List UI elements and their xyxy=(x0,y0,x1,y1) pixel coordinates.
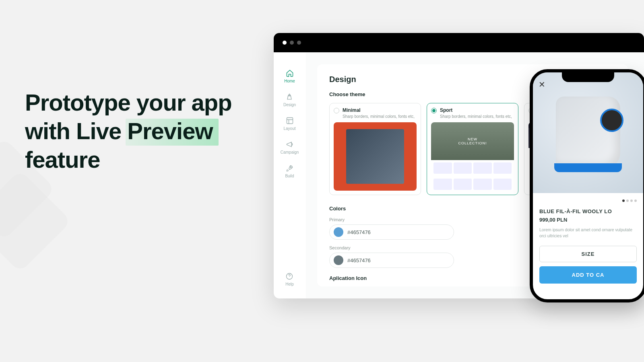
theme-desc: Sharp borders, minimal colors, fonts etc… xyxy=(440,114,512,119)
theme-name: Minimal xyxy=(343,107,415,113)
theme-name: Sport xyxy=(440,107,512,113)
phone-preview: ✕ BLUE FIL-À-FIL WOOLY LO 999,00 PLN Lor… xyxy=(530,69,644,302)
hero-line1: Prototype your app xyxy=(25,89,232,115)
sidebar-item-label: Home xyxy=(284,79,295,83)
primary-swatch[interactable] xyxy=(334,227,343,237)
hero-line2-pre: with Live xyxy=(25,118,127,144)
hero-line3: feature xyxy=(25,146,100,173)
product-description: Lorem ipsum dolor sit amet cond ornare v… xyxy=(539,227,637,239)
sidebar-item-label: Help xyxy=(285,282,294,286)
product-price: 999,00 PLN xyxy=(539,217,637,223)
size-button[interactable]: SIZE xyxy=(539,246,637,262)
phone-notch xyxy=(562,72,614,82)
sidebar-item-home[interactable]: Home xyxy=(284,69,295,83)
add-to-cart-button[interactable]: ADD TO CA xyxy=(539,266,637,284)
rocket-icon xyxy=(286,164,294,172)
product-title: BLUE FIL-À-FIL WOOLY LO xyxy=(539,208,637,214)
sidebar-item-layout[interactable]: Layout xyxy=(283,117,295,131)
secondary-swatch[interactable] xyxy=(334,255,343,265)
sidebar-item-label: Campaign xyxy=(281,150,299,154)
design-icon xyxy=(285,93,293,101)
hero-headline: Prototype your app with Live Preview fea… xyxy=(25,88,232,174)
sidebar-item-label: Build xyxy=(285,174,294,178)
theme-preview-sport: NEW COLLECTION! xyxy=(431,122,514,191)
svg-rect-0 xyxy=(287,118,293,124)
sidebar-item-label: Design xyxy=(283,103,296,107)
secondary-color-input[interactable]: #4657476 xyxy=(329,253,454,268)
sidebar-item-label: Layout xyxy=(283,126,295,131)
radio-minimal[interactable] xyxy=(334,108,339,113)
theme-card-sport[interactable]: Sport Sharp borders, minimal colors, fon… xyxy=(427,103,518,195)
layout-icon xyxy=(286,117,294,125)
primary-color-input[interactable]: #4657476 xyxy=(329,224,454,240)
radio-sport[interactable] xyxy=(431,108,437,113)
theme-desc: Sharp borders, minimal colors, fonts etc… xyxy=(343,114,415,119)
window-titlebar xyxy=(274,33,644,52)
theme-preview-minimal xyxy=(334,122,417,191)
home-icon xyxy=(286,69,294,77)
carousel-dots[interactable] xyxy=(533,193,643,207)
window-dot-max[interactable] xyxy=(297,41,301,45)
sidebar-item-campaign[interactable]: Campaign xyxy=(281,140,299,154)
sidebar-item-design[interactable]: Design xyxy=(283,93,296,107)
sidebar-item-help[interactable]: Help xyxy=(285,272,294,286)
help-icon xyxy=(285,272,293,280)
sidebar-item-build[interactable]: Build xyxy=(285,164,294,178)
window-dot-min[interactable] xyxy=(290,41,294,45)
bg-decor xyxy=(0,170,71,273)
megaphone-icon xyxy=(286,140,294,148)
hero-highlight: Preview xyxy=(127,117,213,146)
theme-card-minimal[interactable]: Minimal Sharp borders, minimal colors, f… xyxy=(329,103,421,195)
product-image xyxy=(533,72,643,193)
close-icon[interactable]: ✕ xyxy=(539,80,545,89)
primary-color-value: #4657476 xyxy=(347,229,371,235)
secondary-color-value: #4657476 xyxy=(347,257,371,263)
svg-point-1 xyxy=(290,167,291,168)
window-dot-close[interactable] xyxy=(283,41,287,45)
sidebar: Home Design Layout Campaign Build Help xyxy=(274,52,306,298)
